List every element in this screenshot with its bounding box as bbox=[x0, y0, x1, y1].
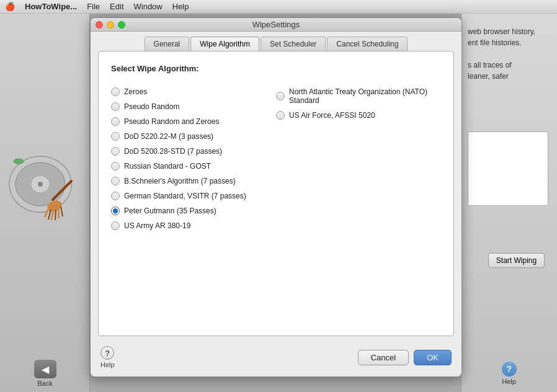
algorithm-col-right: North Atlantic Treaty Organization (NATO… bbox=[276, 84, 441, 233]
back-label: Back bbox=[37, 380, 52, 387]
menu-bar: 🍎 HowToWipe... File Edit Window Help bbox=[0, 0, 557, 14]
action-buttons: Cancel OK bbox=[358, 350, 452, 365]
radio-us-army-indicator bbox=[111, 221, 120, 230]
radio-russian-gost-indicator bbox=[111, 162, 120, 171]
app-menu-item[interactable]: HowToWipe... bbox=[25, 2, 77, 11]
radio-pseudo-random-zeroes[interactable]: Pseudo Random and Zeroes bbox=[111, 114, 276, 129]
radio-us-army-label: US Army AR 380-19 bbox=[124, 221, 190, 230]
window-menu-item[interactable]: Window bbox=[134, 2, 163, 11]
svg-point-3 bbox=[38, 182, 43, 187]
file-menu-item[interactable]: File bbox=[87, 2, 100, 11]
radio-pseudo-random-zeroes-label: Pseudo Random and Zeroes bbox=[124, 117, 219, 126]
radio-schneier-indicator bbox=[111, 177, 120, 185]
radio-schneier[interactable]: B.Schneier's Algorithm (7 passes) bbox=[111, 174, 276, 189]
ok-button[interactable]: OK bbox=[414, 350, 452, 365]
radio-russian-gost[interactable]: Russian Standard - GOST bbox=[111, 159, 276, 174]
help-button[interactable]: ? bbox=[100, 346, 114, 360]
radio-us-air-force-label: US Air Force, AFSSI 5020 bbox=[289, 111, 375, 120]
right-panel-textbox bbox=[468, 131, 548, 206]
cancel-button[interactable]: Cancel bbox=[358, 350, 409, 365]
radio-zeroes-label: Zeroes bbox=[124, 87, 147, 96]
radio-dod-5220-label: DoD 5220.22-M (3 passes) bbox=[124, 132, 213, 141]
help-button-right[interactable]: ? bbox=[502, 362, 517, 376]
close-button[interactable] bbox=[96, 21, 103, 29]
radio-peter-gutmann-indicator bbox=[111, 207, 120, 215]
radio-pseudo-random-zeroes-indicator bbox=[111, 117, 120, 126]
right-panel: web browser history, ent file histories.… bbox=[461, 14, 557, 392]
tab-wipe-algorithm[interactable]: Wipe Algorithm bbox=[190, 37, 259, 51]
window-controls bbox=[96, 21, 125, 29]
tab-bar: General Wipe Algorithm Set Scheduler Can… bbox=[91, 32, 461, 51]
svg-line-11 bbox=[61, 207, 63, 216]
back-section: ◀ Back bbox=[0, 355, 90, 392]
help-label: Help bbox=[100, 361, 115, 368]
tab-set-scheduler[interactable]: Set Scheduler bbox=[261, 37, 326, 51]
radio-zeroes-indicator bbox=[111, 87, 120, 96]
maximize-button[interactable] bbox=[118, 21, 125, 29]
svg-point-12 bbox=[14, 159, 24, 164]
help-section-right: ? Help bbox=[461, 355, 557, 392]
section-title: Select Wipe Algorithm: bbox=[111, 64, 441, 73]
algorithm-col-left: Zeroes Pseudo Random Pseudo Random and Z… bbox=[111, 84, 276, 233]
start-wiping-button[interactable]: Start Wiping bbox=[488, 253, 545, 268]
radio-pseudo-random[interactable]: Pseudo Random bbox=[111, 99, 276, 114]
right-panel-text: web browser history, ent file histories.… bbox=[468, 26, 551, 82]
window-title: WipeSettings bbox=[252, 20, 300, 29]
minimize-button[interactable] bbox=[107, 21, 114, 29]
tab-general[interactable]: General bbox=[145, 37, 190, 51]
radio-peter-gutmann[interactable]: Peter Gutmann (35 Passes) bbox=[111, 203, 276, 218]
radio-russian-gost-label: Russian Standard - GOST bbox=[124, 162, 211, 171]
svg-line-9 bbox=[55, 210, 56, 220]
radio-peter-gutmann-label: Peter Gutmann (35 Passes) bbox=[124, 207, 216, 215]
help-label-right: Help bbox=[502, 378, 516, 385]
svg-line-8 bbox=[51, 210, 53, 220]
radio-german-vsitr-indicator bbox=[111, 192, 120, 200]
radio-us-air-force-indicator bbox=[276, 111, 285, 120]
radio-dod-5200-indicator bbox=[111, 147, 120, 156]
radio-nato-indicator bbox=[276, 92, 285, 100]
radio-dod-5220[interactable]: DoD 5220.22-M (3 passes) bbox=[111, 129, 276, 144]
radio-pseudo-random-label: Pseudo Random bbox=[124, 102, 179, 111]
dialog-window: WipeSettings General Wipe Algorithm Set … bbox=[90, 17, 462, 377]
help-section: ? Help bbox=[100, 346, 115, 368]
radio-nato[interactable]: North Atlantic Treaty Organization (NATO… bbox=[276, 84, 441, 108]
radio-dod-5200-label: DoD 5200.28-STD (7 passes) bbox=[124, 147, 222, 156]
radio-nato-label: North Atlantic Treaty Organization (NATO… bbox=[289, 87, 441, 105]
radio-german-vsitr-label: German Standard, VSITR (7 passes) bbox=[124, 192, 246, 200]
sidebar: ◀ Back bbox=[0, 14, 90, 392]
apple-menu[interactable]: 🍎 bbox=[5, 2, 15, 11]
edit-menu-item[interactable]: Edit bbox=[110, 2, 123, 11]
radio-us-air-force[interactable]: US Air Force, AFSSI 5020 bbox=[276, 108, 441, 123]
radio-dod-5200[interactable]: DoD 5200.28-STD (7 passes) bbox=[111, 144, 276, 159]
back-button[interactable]: ◀ bbox=[34, 360, 56, 378]
radio-us-army[interactable]: US Army AR 380-19 bbox=[111, 218, 276, 233]
title-bar: WipeSettings bbox=[91, 18, 461, 32]
radio-zeroes[interactable]: Zeroes bbox=[111, 84, 276, 99]
radio-german-vsitr[interactable]: German Standard, VSITR (7 passes) bbox=[111, 189, 276, 203]
tab-cancel-scheduling[interactable]: Cancel Scheduling bbox=[327, 37, 408, 51]
bottom-bar: ? Help Cancel OK bbox=[91, 340, 461, 375]
svg-line-10 bbox=[58, 208, 59, 218]
radio-dod-5220-indicator bbox=[111, 132, 120, 141]
radio-schneier-label: B.Schneier's Algorithm (7 passes) bbox=[124, 177, 236, 185]
help-menu-item[interactable]: Help bbox=[172, 2, 189, 11]
disk-broom-icon bbox=[6, 150, 81, 225]
radio-pseudo-random-indicator bbox=[111, 102, 120, 111]
content-area: Select Wipe Algorithm: Zeroes Pseudo Ran… bbox=[98, 51, 454, 336]
algorithm-grid: Zeroes Pseudo Random Pseudo Random and Z… bbox=[111, 84, 441, 233]
